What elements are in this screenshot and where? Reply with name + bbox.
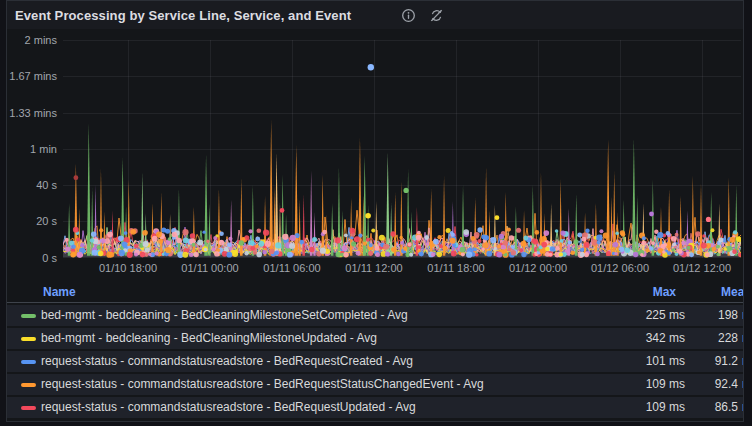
- x-axis-tick-label: 01/12 12:00: [660, 262, 744, 274]
- series-max-value: 342 ms: [646, 331, 685, 345]
- series-color-marker[interactable]: [21, 360, 36, 364]
- series-color-marker[interactable]: [21, 337, 36, 341]
- series-color-marker[interactable]: [21, 383, 36, 387]
- series-color-marker[interactable]: [21, 314, 36, 318]
- legend-row[interactable]: bed-mgmt - bedcleaning - BedCleaningMile…: [7, 328, 743, 349]
- legend-row[interactable]: bed-mgmt - bedcleaning - BedCleaningMile…: [7, 305, 743, 326]
- timeseries-canvas[interactable]: [63, 40, 741, 258]
- series-mean-value: 92.4ms: [697, 377, 744, 391]
- series-color-marker[interactable]: [21, 406, 36, 410]
- x-axis-tick-label: 01/11 06:00: [250, 262, 334, 274]
- panel-title[interactable]: Event Processing by Service Line, Servic…: [15, 8, 351, 23]
- legend-rows: bed-mgmt - bedcleaning - BedCleaningMile…: [7, 305, 743, 420]
- x-axis-tick-label: 01/12 00:00: [496, 262, 580, 274]
- series-name[interactable]: request-status - commandstatusreadstore …: [41, 400, 416, 414]
- series-max-value: 109 ms: [646, 377, 685, 391]
- y-axis-tick-label: 1 min: [7, 143, 57, 155]
- series-max-value: 225 ms: [646, 308, 685, 322]
- legend-header-mean[interactable]: Mean: [721, 285, 744, 299]
- sync-disabled-icon[interactable]: [427, 6, 445, 24]
- legend-row[interactable]: request-status - commandstatusreadstore …: [7, 397, 743, 418]
- x-axis-tick-label: 01/12 06:00: [578, 262, 662, 274]
- timeseries-panel: Event Processing by Service Line, Servic…: [6, 0, 744, 422]
- legend-header-max[interactable]: Max: [653, 285, 676, 299]
- series-name[interactable]: bed-mgmt - bedcleaning - BedCleaningMile…: [41, 331, 377, 345]
- x-axis-tick-label: 01/11 12:00: [332, 262, 416, 274]
- series-mean-value: 91.2ms: [697, 354, 744, 368]
- y-axis-tick-label: 2 mins: [7, 34, 57, 46]
- series-name[interactable]: bed-mgmt - bedcleaning - BedCleaningMile…: [41, 308, 408, 322]
- series-mean-value: 228ms: [697, 331, 744, 345]
- legend-header-row: Name Max Mean: [7, 283, 743, 303]
- x-axis-tick-label: 01/11 18:00: [414, 262, 498, 274]
- series-max-value: 109 ms: [646, 400, 685, 414]
- y-axis-tick-label: 40 s: [7, 179, 57, 191]
- y-axis-tick-label: 1.67 mins: [7, 70, 57, 82]
- y-axis-tick-label: 0 s: [7, 252, 57, 264]
- info-icon[interactable]: [399, 6, 417, 24]
- y-axis-tick-label: 20 s: [7, 215, 57, 227]
- legend-row[interactable]: request-status - commandstatusreadstore …: [7, 351, 743, 372]
- legend-row[interactable]: request-status - commandstatusreadstore …: [7, 374, 743, 395]
- legend-table: Name Max Mean bed-mgmt - bedcleaning - B…: [7, 283, 743, 422]
- y-axis-tick-label: 1.33 mins: [7, 107, 57, 119]
- series-mean-value: 86.5ms: [697, 400, 744, 414]
- x-axis-tick-label: 01/10 18:00: [86, 262, 170, 274]
- panel-header[interactable]: Event Processing by Service Line, Servic…: [7, 1, 743, 29]
- series-max-value: 101 ms: [646, 354, 685, 368]
- series-name[interactable]: request-status - commandstatusreadstore …: [41, 354, 413, 368]
- legend-header-name[interactable]: Name: [43, 285, 76, 299]
- series-mean-value: 198ms: [697, 308, 744, 322]
- x-axis-tick-label: 01/11 00:00: [168, 262, 252, 274]
- series-name[interactable]: request-status - commandstatusreadstore …: [41, 377, 484, 391]
